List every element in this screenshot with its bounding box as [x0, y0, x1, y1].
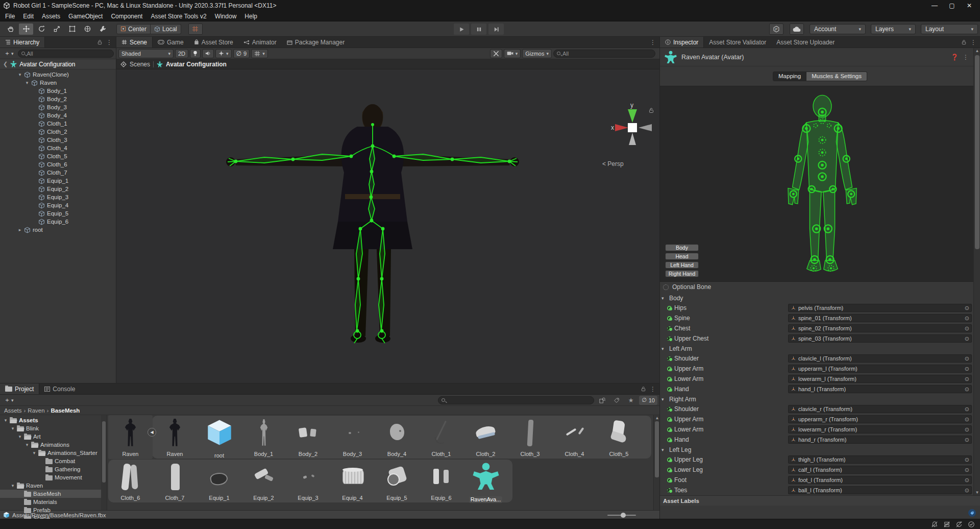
tab-inspector[interactable]: Inspector	[660, 37, 704, 47]
object-picker-icon[interactable]: ⊙	[964, 305, 970, 311]
breadcrumb-scenes[interactable]: Scenes	[130, 61, 150, 68]
tab-package-manager[interactable]: Package Manager	[282, 37, 350, 47]
asset-grid[interactable]: Raven Raven	[107, 415, 659, 510]
menu-item[interactable]: Assets	[38, 12, 64, 21]
object-picker-icon[interactable]: ⊙	[964, 437, 970, 443]
foldout-arrow-icon[interactable]	[24, 80, 30, 85]
hierarchy-item[interactable]: Equip_6	[0, 218, 116, 226]
bone-row[interactable]: ▾ Upper Chest spine_03 (Transform) ⊙	[660, 333, 980, 344]
bone-object-field[interactable]: foot_l (Transform) ⊙	[788, 476, 972, 484]
account-dropdown[interactable]: Account▾	[810, 24, 866, 34]
asset-tile[interactable]: Equip_4	[330, 459, 375, 503]
avatar-configuration-header[interactable]: ❮ Avatar Configuration	[0, 59, 116, 69]
transform-tool-button[interactable]	[80, 23, 94, 35]
bone-object-field[interactable]: pelvis (Transform) ⊙	[788, 304, 972, 312]
hierarchy-item[interactable]: Body_1	[0, 87, 116, 95]
scene-viewport[interactable]: y x < Persp	[116, 69, 659, 383]
bone-row[interactable]: ▾ Hand hand_l (Transform) ⊙	[660, 384, 980, 394]
projection-label[interactable]: < Persp	[602, 160, 624, 167]
asset-tile[interactable]: Cloth_5	[597, 415, 641, 459]
folder-row[interactable]: Animations	[0, 441, 107, 449]
asset-tile[interactable]: Equip_1	[197, 459, 241, 503]
bone-object-field[interactable]: upperarm_r (Transform) ⊙	[788, 415, 972, 423]
object-picker-icon[interactable]: ⊙	[964, 315, 970, 322]
foldout-arrow-icon[interactable]	[17, 227, 23, 232]
hierarchy-item[interactable]: Raven(Clone)	[0, 70, 116, 79]
menu-item[interactable]: Help	[240, 12, 261, 21]
folder-row[interactable]: Materials	[0, 498, 107, 506]
menu-item[interactable]: File	[1, 12, 19, 21]
hierarchy-item[interactable]: Body_2	[0, 95, 116, 103]
hierarchy-item[interactable]: Cloth_5	[0, 152, 116, 160]
progress-check-icon[interactable]	[968, 521, 975, 528]
pause-button[interactable]	[471, 23, 486, 35]
hierarchy-item[interactable]: Body_3	[0, 103, 116, 111]
folder-row[interactable]: Combat	[0, 457, 107, 465]
create-asset-button[interactable]: ＋▾	[2, 396, 16, 404]
help-icon[interactable]: ❓	[951, 54, 959, 61]
asset-label-tag-icon[interactable]	[968, 509, 976, 517]
scene-audio-button[interactable]	[202, 49, 214, 58]
bone-row[interactable]: ▾ Lower Arm lowerarm_r (Transform) ⊙	[660, 424, 980, 435]
asset-tile[interactable]: Cloth_1	[419, 415, 463, 459]
step-button[interactable]	[488, 23, 504, 35]
scene-effects-dropdown[interactable]: ▾	[215, 49, 232, 58]
foldout-arrow-icon[interactable]	[3, 418, 9, 423]
object-picker-icon[interactable]: ⊙	[964, 376, 970, 382]
asset-tile[interactable]: Equip_5	[375, 459, 419, 503]
collapse-subassets-button[interactable]: ◀	[148, 428, 156, 437]
bone-object-field[interactable]: spine_01 (Transform) ⊙	[788, 314, 972, 322]
asset-grid-scrollbar[interactable]: ▲	[653, 415, 659, 510]
tab-game[interactable]: Game	[153, 37, 189, 47]
camera-settings-dropdown[interactable]: ▾	[251, 49, 268, 58]
humanoid-diagram[interactable]	[779, 89, 866, 281]
layout-dropdown[interactable]: Layout▾	[921, 24, 978, 34]
asset-tile[interactable]: Raven	[153, 415, 197, 459]
folder-row[interactable]: Prefab	[0, 506, 107, 514]
tab-scene[interactable]: Scene	[116, 37, 153, 47]
foldout-arrow-icon[interactable]	[17, 434, 23, 439]
bone-object-field[interactable]: thigh_l (Transform) ⊙	[788, 455, 972, 464]
bone-row[interactable]: ▾ Right Arm ⊙	[660, 394, 980, 404]
bone-row[interactable]: ▾ Left Leg ⊙	[660, 445, 980, 454]
scrollbar-thumb[interactable]	[975, 55, 979, 249]
foldout-arrow-icon[interactable]	[31, 450, 37, 455]
maximize-button[interactable]: ▢	[944, 1, 960, 10]
scene-tools-button[interactable]	[490, 49, 502, 58]
foldout-arrow-icon[interactable]	[10, 483, 16, 488]
object-picker-icon[interactable]: ⊙	[964, 406, 970, 413]
bone-row[interactable]: ▾ Lower Arm lowerarm_l (Transform) ⊙	[660, 374, 980, 384]
custom-tool-button[interactable]	[95, 23, 110, 35]
menu-item[interactable]: Asset Store Tools v2	[146, 12, 210, 21]
bone-row[interactable]: ▾ Chest spine_02 (Transform) ⊙	[660, 323, 980, 333]
foldout-arrow-icon[interactable]	[10, 426, 16, 431]
bone-row[interactable]: ▾ Body ⊙	[660, 293, 980, 303]
favorites-star-icon[interactable]: ★	[625, 396, 636, 405]
play-button[interactable]	[454, 23, 469, 35]
folder-row[interactable]: Raven	[0, 482, 107, 490]
layers-dropdown[interactable]: Layers▾	[871, 24, 916, 34]
hierarchy-item[interactable]: Equip_1	[0, 177, 116, 185]
tab-hierarchy[interactable]: Hierarchy	[0, 37, 45, 47]
folder-row[interactable]: Assets	[0, 416, 107, 424]
bone-object-field[interactable]: hand_r (Transform) ⊙	[788, 436, 972, 444]
asset-tile[interactable]: Cloth_6	[108, 459, 153, 503]
kebab-menu-icon[interactable]: ⋮	[970, 39, 976, 46]
folder-row[interactable]: BaseMesh	[0, 490, 107, 498]
lock-icon[interactable]	[97, 39, 103, 45]
create-object-button[interactable]: ＋▾	[2, 49, 16, 58]
grid-snapping-button[interactable]	[188, 23, 203, 35]
asset-tile[interactable]: Cloth_2	[463, 415, 508, 459]
asset-labels-header[interactable]: Asset Labels	[660, 495, 980, 506]
auto-refresh-off-icon[interactable]	[955, 521, 963, 528]
orientation-mode-button[interactable]: Local	[151, 24, 181, 34]
rect-tool-button[interactable]	[65, 23, 79, 35]
foldout-arrow-icon[interactable]	[17, 72, 23, 77]
asset-tile[interactable]: Raven	[108, 415, 153, 459]
project-visibility-button[interactable]: ∅10	[639, 396, 657, 405]
bone-object-field[interactable]: hand_l (Transform) ⊙	[788, 385, 972, 393]
kebab-menu-icon[interactable]: ⋮	[106, 39, 112, 46]
object-picker-icon[interactable]: ⊙	[964, 477, 970, 484]
asset-tile[interactable]: Body_3	[330, 415, 375, 459]
kebab-menu-icon[interactable]: ⋮	[963, 54, 969, 61]
